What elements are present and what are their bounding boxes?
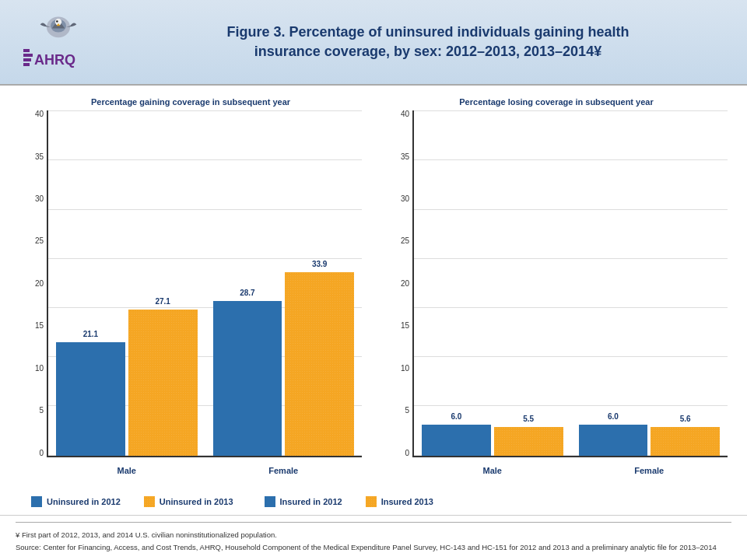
ahrq-logo-icon: AHRQ <box>23 47 93 71</box>
legend-uninsured-2012: Uninsured in 2012 <box>31 496 121 507</box>
right-chart-inner: 6.0 5.5 6.0 <box>412 110 728 457</box>
right-female-bar-yellow: 5.6 <box>651 427 720 456</box>
right-male-bar-blue: 6.0 <box>422 425 491 456</box>
right-bars-area: 6.0 5.5 6.0 <box>414 110 728 456</box>
svg-rect-10 <box>23 63 30 66</box>
right-chart-area: 0 5 10 15 20 25 30 35 40 <box>385 110 728 481</box>
legend-yellow-swatch-right <box>366 496 377 507</box>
left-female-bar-yellow: 33.9 <box>285 272 354 455</box>
figure-title: Figure 3. Percentage of uninsured indivi… <box>124 23 731 61</box>
source-text: Source: Center for Financing, Access, an… <box>16 542 731 552</box>
footnote-text: ¥ First part of 2012, 2013, and 2014 U.S… <box>16 530 731 539</box>
logo-area: AHRQ <box>16 13 101 71</box>
legend-blue-swatch-right <box>265 496 275 507</box>
svg-rect-9 <box>23 58 31 61</box>
right-female-bar-blue: 6.0 <box>579 425 648 456</box>
header-title: Figure 3. Percentage of uninsured indivi… <box>124 23 731 61</box>
right-male-label: Male <box>422 466 563 475</box>
legend-uninsured-2013-label: Uninsured in 2013 <box>160 497 233 506</box>
right-chart-title: Percentage losing coverage in subsequent… <box>385 97 728 107</box>
left-chart-inner: 21.1 27.1 28. <box>47 110 362 457</box>
right-male-bar-yellow: 5.5 <box>494 427 563 456</box>
legend-insured-2012: Insured in 2012 <box>265 496 342 507</box>
svg-text:AHRQ: AHRQ <box>34 52 75 68</box>
left-female-bar-blue: 28.7 <box>213 301 282 456</box>
charts-row: Percentage gaining coverage in subsequen… <box>16 93 731 485</box>
left-male-bar-blue: 21.1 <box>56 342 125 456</box>
left-bars-area: 21.1 27.1 28. <box>48 110 362 456</box>
left-chart-container: Percentage gaining coverage in subsequen… <box>16 93 366 485</box>
right-y-axis: 0 5 10 15 20 25 30 35 40 <box>385 110 412 457</box>
legend-yellow-swatch-left <box>144 496 155 507</box>
right-chart-container: Percentage losing coverage in subsequent… <box>381 93 731 485</box>
header: AHRQ Figure 3. Percentage of uninsured i… <box>0 0 747 86</box>
left-female-label: Female <box>213 466 355 475</box>
content: Percentage gaining coverage in subsequen… <box>0 86 747 511</box>
legend-row: Uninsured in 2012 Uninsured in 2013 Insu… <box>16 485 731 511</box>
right-male-group: 6.0 5.5 <box>422 425 563 456</box>
left-y-axis: 0 5 10 15 20 25 30 35 40 <box>19 110 47 457</box>
right-female-label: Female <box>579 466 721 475</box>
svg-rect-7 <box>23 49 30 52</box>
legend-uninsured-2013: Uninsured in 2013 <box>144 496 233 507</box>
legend-insured-2012-label: Insured in 2012 <box>280 497 342 506</box>
left-chart-title: Percentage gaining coverage in subsequen… <box>19 97 362 107</box>
legend-uninsured-2012-label: Uninsured in 2012 <box>47 497 121 506</box>
left-chart-area: 0 5 10 15 20 25 30 35 40 <box>19 110 362 481</box>
left-female-group: 28.7 33.9 <box>213 272 355 455</box>
svg-point-4 <box>56 20 58 23</box>
legend-insured-2013-label: Insured 2013 <box>381 497 433 506</box>
left-male-group: 21.1 27.1 <box>56 310 198 456</box>
left-legend-group: Uninsured in 2012 Uninsured in 2013 <box>31 496 233 507</box>
footer-divider <box>16 522 731 523</box>
legend-blue-swatch <box>31 496 42 507</box>
left-male-bar-yellow: 27.1 <box>128 310 198 456</box>
page: AHRQ Figure 3. Percentage of uninsured i… <box>0 0 747 560</box>
right-legend-group: Insured in 2012 Insured 2013 <box>265 496 433 507</box>
right-female-group: 6.0 5.6 <box>579 425 721 456</box>
left-male-label: Male <box>56 466 198 475</box>
svg-rect-8 <box>23 54 33 57</box>
right-x-labels: Male Female <box>414 466 728 475</box>
footer: ¥ First part of 2012, 2013, and 2014 U.S… <box>0 515 747 560</box>
legend-insured-2013: Insured 2013 <box>366 496 433 507</box>
eagle-icon <box>39 13 78 44</box>
left-x-labels: Male Female <box>48 466 362 475</box>
